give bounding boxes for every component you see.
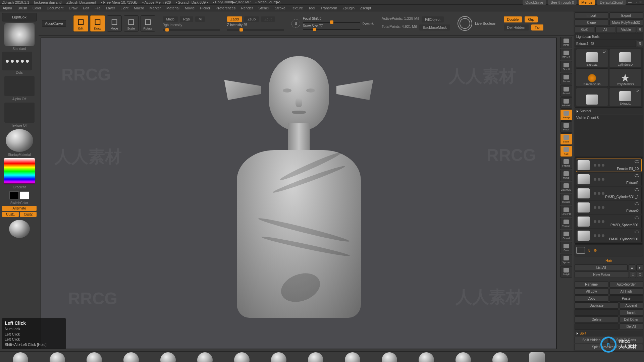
brush-clay[interactable]: Clay: [189, 352, 221, 362]
lightbox-tools[interactable]: Lightbox▶Tools: [575, 34, 643, 40]
autoreorder-button[interactable]: AutoReorder: [609, 281, 643, 288]
actual-button[interactable]: Actual: [560, 85, 572, 97]
rename-button[interactable]: Rename: [575, 281, 608, 288]
grp-button[interactable]: Grp: [525, 16, 537, 22]
menu-marker[interactable]: Marker: [150, 6, 161, 10]
spix-3-button[interactable]: SPix 3: [560, 49, 572, 60]
focal-slider[interactable]: [303, 22, 360, 23]
menu-stroke[interactable]: Stroke: [275, 6, 285, 10]
zsub-button[interactable]: Zsub: [244, 16, 259, 22]
visible-button[interactable]: Visible: [616, 26, 636, 33]
zadd-button[interactable]: Zadd: [227, 16, 242, 22]
menu-macro[interactable]: Macro: [134, 6, 144, 10]
seethrough-button[interactable]: See-through 0: [548, 0, 577, 5]
swatch-black[interactable]: [9, 191, 19, 199]
menu-light[interactable]: Light: [120, 6, 128, 10]
makepoly-button[interactable]: Make PolyMesh3D: [609, 19, 643, 26]
insert-button[interactable]: Insert: [620, 309, 643, 316]
menu-transform[interactable]: Transform: [320, 6, 337, 10]
listall-button[interactable]: List All: [575, 264, 628, 271]
delete-button[interactable]: Delete: [575, 316, 619, 323]
double-button[interactable]: Double: [504, 16, 522, 22]
brush-standard[interactable]: Standard: [4, 352, 37, 362]
viewport[interactable]: RRCG 人人素材 人人素材 RRCG RRCG 人人素材: [41, 38, 557, 349]
import-button[interactable]: Import: [575, 12, 608, 19]
alternate-button[interactable]: Alternate: [2, 206, 37, 211]
brush-claybuildup1[interactable]: ClayBuildup1: [152, 352, 184, 362]
delhidden-button[interactable]: Del Hidden: [504, 24, 529, 31]
tool-thumb[interactable]: 14Extract1: [576, 49, 608, 67]
persp-button[interactable]: Persp: [560, 109, 572, 121]
z-intensity-slider[interactable]: [227, 29, 284, 31]
backfacemask-button[interactable]: BackfaceMask: [419, 24, 450, 31]
clone-button[interactable]: Clone: [575, 19, 608, 26]
swatch-white[interactable]: [20, 191, 29, 199]
xyz-button[interactable]: Xyz: [560, 145, 572, 157]
floor-button[interactable]: Floor: [560, 121, 572, 133]
move-button[interactable]: Move: [107, 15, 122, 32]
tool-thumb[interactable]: PolyMesh3D: [609, 68, 641, 87]
cust2-button[interactable]: Cust2: [20, 212, 37, 217]
duplicate-button[interactable]: Duplicate: [575, 302, 619, 309]
subtool-row[interactable]: Extract1: [576, 173, 642, 186]
subtool-row[interactable]: PM3D_Sphere3D1: [576, 215, 642, 228]
brush-trimdynamic[interactable]: TrimDynamic: [336, 352, 369, 362]
scale-button[interactable]: Scale: [124, 15, 139, 32]
r-button[interactable]: R: [637, 26, 643, 33]
default-zscript[interactable]: DefaultZScript: [597, 0, 626, 5]
frame-button[interactable]: Frame: [560, 158, 572, 169]
brush-zmodeler[interactable]: ZModeler: [521, 352, 553, 362]
subtool-header[interactable]: Subtool: [575, 108, 643, 114]
window-close-icon[interactable]: ✕: [639, 0, 642, 5]
extract-field[interactable]: Extract1. 48: [575, 41, 636, 47]
alpha-thumb[interactable]: [4, 76, 35, 96]
material-thumb[interactable]: [6, 129, 33, 152]
color-picker[interactable]: [4, 158, 35, 184]
brush-move-topologica[interactable]: Move Topologica: [410, 352, 443, 362]
brush-orb_cracks[interactable]: Orb_Cracks: [225, 352, 258, 362]
brush-inflat[interactable]: Inflat: [262, 352, 295, 362]
rgb-intensity-slider[interactable]: [163, 29, 220, 31]
brush-smooth[interactable]: Smooth: [484, 352, 517, 362]
delother-button[interactable]: Del Other: [620, 316, 643, 323]
paste-button[interactable]: Paste: [609, 295, 643, 302]
line-fill-button[interactable]: Line Fill: [560, 206, 572, 217]
bpr-button[interactable]: BPR: [560, 37, 572, 48]
switchcolor-label[interactable]: SwitchColor: [2, 201, 37, 205]
stroke-thumb[interactable]: [2, 52, 32, 70]
brush-thumb[interactable]: [4, 23, 35, 46]
zoom3d-button[interactable]: Zoom3D: [560, 182, 572, 193]
arrow-up-icon[interactable]: ▲: [629, 264, 635, 271]
window-min-icon[interactable]: —: [628, 0, 632, 5]
mrgb-button[interactable]: Mrgb: [163, 16, 178, 22]
append-button[interactable]: Append: [620, 302, 643, 309]
rotate-button[interactable]: Rotate: [141, 15, 155, 32]
quicksave-button[interactable]: QuickSave: [523, 0, 546, 5]
goz-button[interactable]: GoZ: [575, 26, 594, 33]
polyf-button[interactable]: PolyF: [560, 266, 572, 278]
menu-movie[interactable]: Movie: [185, 6, 195, 10]
menu-draw[interactable]: Draw: [69, 6, 77, 10]
brush-move[interactable]: Move: [78, 352, 111, 362]
m-button[interactable]: M: [195, 16, 205, 22]
drawsize-slider[interactable]: [303, 29, 360, 30]
rotate-button[interactable]: Rotate: [560, 194, 572, 205]
accucurve[interactable]: AccuCurve: [42, 20, 66, 27]
draw-button[interactable]: Draw: [90, 15, 105, 32]
brush-clipcurve[interactable]: ClipCurve: [447, 352, 480, 362]
menu-edit[interactable]: Edit: [83, 6, 89, 10]
menu-color[interactable]: Color: [33, 6, 41, 10]
move-down-icon[interactable]: ↧: [637, 272, 643, 278]
menu-stencil[interactable]: Stencil: [258, 6, 269, 10]
menu-brush[interactable]: Brush: [17, 6, 27, 10]
menu-picker[interactable]: Picker: [200, 6, 210, 10]
subtool-row[interactable]: Female Elf_10: [576, 159, 642, 172]
gear-icon[interactable]: ⚙: [594, 248, 597, 253]
menu-render[interactable]: Render: [241, 6, 253, 10]
brush-flatten[interactable]: Flatten: [299, 352, 332, 362]
subtool-row[interactable]: PM3D_Cylinder3D1: [576, 229, 642, 242]
transp-button[interactable]: Transp: [560, 218, 572, 229]
zcut-button[interactable]: Zcut: [261, 16, 275, 22]
subtool-row[interactable]: PM3D_Cylinder3D1_1: [576, 187, 642, 200]
ghost-button[interactable]: Ghost: [560, 230, 572, 241]
